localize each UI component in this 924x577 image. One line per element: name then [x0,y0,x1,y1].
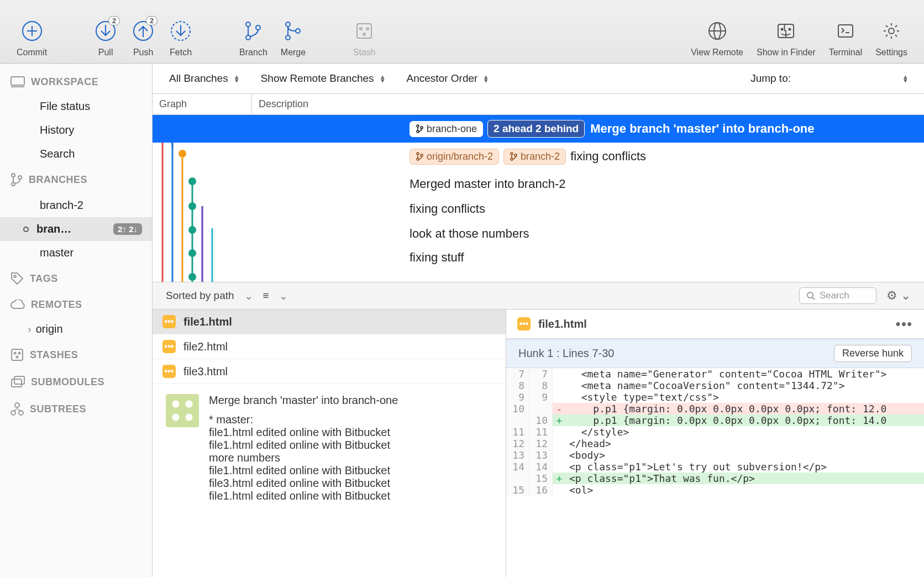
svg-point-11 [256,25,260,30]
file-name: file1.html [183,316,232,328]
ahead-behind-pill: 2↑ 2↓ [113,223,142,235]
file-row-selected[interactable]: •••file1.html [153,310,506,334]
svg-point-10 [246,35,250,40]
file-list: •••file1.html •••file2.html •••file3.htm… [153,310,506,577]
all-branches-select[interactable]: All Branches▴▾ [169,72,239,85]
diff-line[interactable]: 77 <meta name="Generator" content="Cocoa… [506,368,924,380]
svg-point-61 [421,154,423,156]
commit-list[interactable]: branch-one 2 ahead 2 behind Merge branch… [153,115,924,282]
push-button[interactable]: 2 Push [124,19,162,57]
svg-point-35 [14,353,16,354]
diff-lines[interactable]: 77 <meta name="Generator" content="Cocoa… [506,368,924,496]
commit-message: fixing conflicts [410,202,485,216]
branch-tag: branch-one [410,121,483,137]
svg-point-33 [14,275,16,277]
branch-name: bran… [36,223,71,235]
diff-file-name: file1.html [538,318,587,331]
workspace-icon [10,76,25,88]
ancestor-order-select[interactable]: Ancestor Order▴▾ [407,72,489,85]
svg-rect-25 [838,25,853,37]
submodules-header[interactable]: SUBMODULES [0,369,152,395]
sidebar-branch-item[interactable]: branch-2 [0,193,152,217]
pull-badge: 2 [108,16,120,25]
view-remote-button[interactable]: View Remote [684,19,750,57]
svg-rect-28 [11,77,24,85]
commit-row-selected[interactable]: branch-one 2 ahead 2 behind Merge branch… [153,115,924,143]
sidebar-remote-origin[interactable]: › origin [0,317,152,341]
svg-line-66 [812,297,815,300]
updown-icon: ▴▾ [484,75,488,82]
terminal-button[interactable]: Terminal [822,19,869,57]
chevron-down-icon: ⌄ [279,290,288,302]
svg-point-32 [18,176,22,179]
file-name: file3.html [183,365,228,378]
svg-rect-38 [12,379,22,387]
branches-header[interactable]: BRANCHES [0,166,152,193]
diff-line[interactable]: 1414<p class="p1">Let's try out subversi… [506,461,924,473]
sidebar-search[interactable]: Search [0,142,152,166]
diff-line[interactable]: 1313<body> [506,449,924,461]
commit-button[interactable]: Commit [10,19,54,57]
diff-line[interactable]: 88 <meta name="CocoaVersion" content="13… [506,380,924,391]
commit-info-body: * master: file1.html edited online with … [209,413,398,502]
sidebar-branch-item-selected[interactable]: bran… 2↑ 2↓ [0,217,152,241]
remotes-label: REMOTES [31,299,82,311]
tag-label: branch-one [427,123,477,135]
commit-info-title: Merge branch 'master' into branch-one [209,394,398,407]
svg-point-40 [15,403,19,407]
file-row[interactable]: •••file2.html [153,334,506,359]
col-graph-header[interactable]: Graph [153,94,252,114]
content-area: All Branches▴▾ Show Remote Branches▴▾ An… [153,64,924,577]
workspace-header[interactable]: WORKSPACE [0,69,152,95]
avatar [166,394,199,427]
search-input[interactable]: Search [799,287,876,304]
jump-to-select[interactable]: Jump to:▴▾ [750,72,907,85]
file-modified-icon: ••• [162,340,176,353]
subtrees-header[interactable]: SUBTREES [0,395,152,423]
commit-row[interactable]: fixing stuff [153,244,924,271]
diff-line[interactable]: 1212</head> [506,438,924,449]
sort-dropdown[interactable]: Sorted by path [166,290,234,302]
branch-tag-icon [416,124,423,133]
diff-line[interactable]: 10+ p.p1 {margin: 0.0px 0.0px 0.0px 0.0p… [506,415,924,426]
branch-button[interactable]: Branch [233,19,274,57]
view-mode-icon[interactable]: ≡ [263,290,269,302]
fetch-button[interactable]: Fetch [162,19,200,57]
tags-header[interactable]: TAGS [0,265,152,292]
col-description-header[interactable]: Description [252,94,924,114]
ancestor-label: Ancestor Order [407,72,478,85]
diff-line[interactable]: 15+<p class="p1">That was fun.</p> [506,473,924,484]
sidebar-file-status[interactable]: File status [0,95,152,118]
stashes-header[interactable]: STASHES [0,341,152,369]
diff-line[interactable]: 1111 </style> [506,426,924,438]
gear-dropdown-icon[interactable]: ⚙︎ ⌄ [886,288,911,303]
settings-button[interactable]: Settings [869,19,914,57]
commit-row[interactable]: fixing conflicts [153,195,924,223]
merge-button[interactable]: Merge [274,19,312,57]
tag-label: origin/branch-2 [427,151,493,162]
updown-icon: ▴▾ [904,75,907,82]
sidebar-history[interactable]: History [0,118,152,142]
file-modified-icon: ••• [162,365,176,378]
sidebar-branch-item[interactable]: master [0,241,152,265]
stashes-label: STASHES [30,349,78,361]
svg-point-24 [789,29,791,30]
svg-point-56 [417,125,419,127]
pull-button[interactable]: 2 Pull [87,19,124,57]
show-remote-select[interactable]: Show Remote Branches▴▾ [261,72,385,85]
commit-row[interactable]: origin/branch-2 branch-2 fixing conflict… [153,143,924,170]
reverse-hunk-button[interactable]: Reverse hunk [834,345,912,362]
more-options-icon[interactable]: ••• [896,316,913,332]
stash-button[interactable]: Stash [345,19,383,57]
show-in-finder-button[interactable]: Show in Finder [750,19,822,57]
fetch-icon [169,19,193,43]
diff-line[interactable]: 10- p.p1 {margin: 0.0px 0.0px 0.0px 0.0p… [506,403,924,415]
commit-row[interactable]: Merged master into branch-2 [153,170,924,198]
diff-line[interactable]: 1516<ol> [506,484,924,496]
file-row[interactable]: •••file3.html [153,359,506,384]
remotes-header[interactable]: REMOTES [0,292,152,317]
updown-icon: ▴▾ [381,75,385,82]
svg-point-13 [286,35,290,40]
filter-bar: All Branches▴▾ Show Remote Branches▴▾ An… [153,64,924,94]
diff-line[interactable]: 99 <style type="text/css"> [506,391,924,403]
